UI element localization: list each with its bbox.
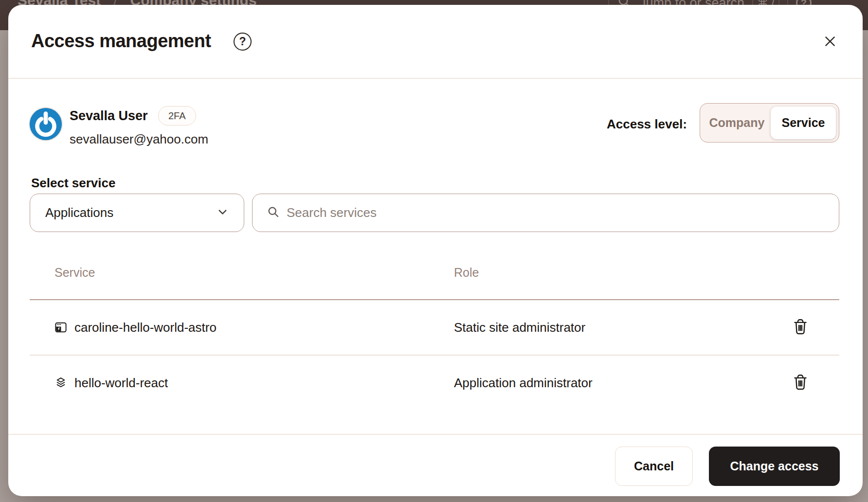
access-level-toggle: Company Service <box>700 103 839 143</box>
static-site-icon <box>54 321 67 334</box>
layers-icon <box>54 376 67 389</box>
dialog-title: Access management <box>31 31 211 52</box>
cancel-button[interactable]: Cancel <box>615 447 693 486</box>
column-header-service: Service <box>54 266 95 280</box>
screen: Sevalla Test / Company settings Jump to … <box>0 0 868 502</box>
access-management-dialog: Access management ? Sevalla User 2FA sev… <box>8 5 863 496</box>
service-name: hello-world-react <box>74 375 168 390</box>
search-icon <box>267 205 280 220</box>
footer-divider <box>8 434 863 435</box>
table-row: caroline-hello-world-astro Static site a… <box>8 300 863 355</box>
header-divider <box>8 78 863 79</box>
delete-service-button[interactable] <box>791 318 810 337</box>
service-type-dropdown[interactable]: Applications <box>30 194 244 232</box>
service-search <box>252 194 839 232</box>
service-type-dropdown-value: Applications <box>45 205 216 220</box>
close-icon[interactable] <box>819 30 841 53</box>
access-level-label: Access level: <box>607 117 687 132</box>
table-row: hello-world-react Application administra… <box>8 355 863 410</box>
select-service-label: Select service <box>31 176 115 191</box>
help-icon[interactable]: ? <box>234 33 252 51</box>
avatar <box>30 108 62 140</box>
access-level-option-service[interactable]: Service <box>771 107 836 139</box>
user-name: Sevalla User <box>70 108 148 124</box>
service-role: Static site administrator <box>454 320 585 335</box>
change-access-button[interactable]: Change access <box>709 447 840 486</box>
column-header-role: Role <box>454 266 479 280</box>
service-role: Application administrator <box>454 375 593 390</box>
search-input[interactable] <box>287 205 827 220</box>
delete-service-button[interactable] <box>791 373 810 393</box>
access-level-option-company[interactable]: Company <box>703 107 771 139</box>
chevron-down-icon <box>216 205 229 220</box>
2fa-badge: 2FA <box>158 106 196 126</box>
service-name: caroline-hello-world-astro <box>74 320 217 335</box>
user-email: sevallauser@yahoo.com <box>70 132 208 147</box>
